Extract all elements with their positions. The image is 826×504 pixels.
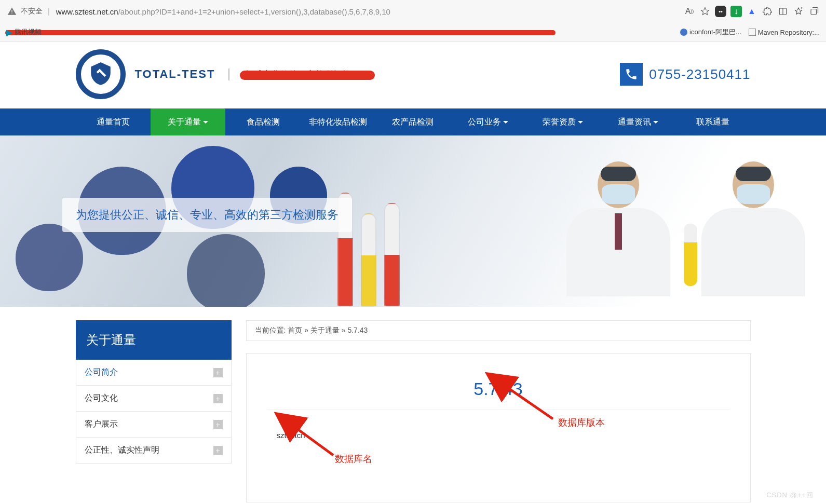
content-main: 当前位置: 首页 » 关于通量 » 5.7.43 5.7.43 sztestcn… — [246, 320, 751, 502]
sidebar-item-label: 公司简介 — [85, 367, 118, 378]
phone-number: 0755-23150411 — [649, 66, 750, 83]
browser-chrome: 不安全 | www.sztest.net.cn/about.php?ID=1+a… — [0, 0, 826, 42]
scientist-graphic — [691, 161, 816, 307]
bookmarks-bar: ▶ 腾讯视频 iconfont-阿里巴... Maven Repository:… — [0, 23, 826, 42]
bookmark-label: 腾讯视频 — [15, 28, 42, 37]
sidebar-item[interactable]: 公司文化+ — [76, 385, 231, 411]
sidebar-item-label: 客户展示 — [85, 419, 118, 430]
security-chip[interactable]: 不安全 | — [6, 6, 52, 17]
test-tube-graphic — [384, 203, 400, 307]
breadcrumb-current: 5.7.43 — [347, 326, 368, 334]
brand-tagline: 权威专业的第三方检测机构 — [228, 69, 349, 80]
brand-title: TOTAL-TEST — [135, 67, 215, 81]
sidebar: 关于通量 公司简介+公司文化+客户展示+公正性、诚实性声明+ — [76, 320, 232, 502]
sidebar-item-label: 公司文化 — [85, 393, 118, 404]
url-host: www.sztest.net.cn — [56, 7, 118, 16]
bookmark-label: iconfont-阿里巴... — [689, 28, 741, 37]
plus-icon: + — [213, 420, 223, 429]
tagline-block: 权威专业的第三方检测机构 — [228, 69, 349, 80]
iconfont-icon — [680, 29, 687, 36]
nav-item[interactable]: 公司业务 — [451, 108, 525, 135]
nav-item[interactable]: 食品检测 — [225, 108, 300, 135]
annotation-version-label: 数据库版本 — [558, 416, 605, 429]
main-content: 关于通量 公司简介+公司文化+客户展示+公正性、诚实性声明+ 当前位置: 首页 … — [76, 307, 751, 502]
nav-item[interactable]: 农产品检测 — [375, 108, 450, 135]
extension-icon-2[interactable]: ↓ — [730, 6, 742, 17]
test-tube-graphic — [361, 213, 376, 307]
separator: | — [48, 7, 50, 16]
bookmark-item[interactable]: ▶ 腾讯视频 — [6, 28, 42, 37]
site-header: TOTAL-TEST 权威专业的第三方检测机构 0755-23150411 — [76, 42, 751, 108]
video-icon: ▶ — [6, 28, 12, 37]
star-icon[interactable] — [699, 6, 711, 17]
sidebar-item-label: 公正性、诚实性声明 — [85, 445, 159, 456]
extensions-icon[interactable] — [762, 6, 773, 17]
vial-graphic — [16, 224, 83, 291]
redaction-scribble — [240, 71, 375, 80]
phone-icon — [620, 63, 643, 86]
nav-item[interactable]: 通量首页 — [76, 108, 151, 135]
favorites-icon[interactable] — [793, 6, 804, 17]
chevron-down-icon — [503, 121, 508, 126]
sidebar-item[interactable]: 公司简介+ — [76, 360, 231, 385]
nav-item[interactable]: 非特化妆品检测 — [301, 108, 375, 135]
read-aloud-icon[interactable]: A)) — [684, 6, 695, 17]
bookmark-item[interactable]: Maven Repository:... — [749, 29, 820, 36]
chevron-down-icon — [578, 121, 583, 126]
separator: » — [304, 326, 310, 334]
watermark: CSDN @++回 — [766, 491, 814, 500]
extension-icon-3[interactable]: ▲ — [746, 6, 757, 17]
redaction-line — [5, 30, 556, 35]
banner-caption: 为您提供公正、诚信、专业、高效的第三方检测服务 — [62, 198, 352, 232]
vial-graphic — [187, 234, 265, 307]
split-icon[interactable] — [777, 6, 789, 17]
plus-icon: + — [213, 394, 223, 403]
annotation-arrow — [501, 383, 558, 426]
bookmark-label: Maven Repository:... — [758, 29, 820, 36]
nav-item[interactable]: 通量资讯 — [601, 108, 675, 135]
content-panel: 5.7.43 sztestcn 数据库版本 数据库名 — [246, 353, 751, 502]
extension-icon-1[interactable]: •• — [715, 6, 726, 17]
sidebar-title: 关于通量 — [76, 320, 232, 360]
svg-rect-1 — [811, 9, 817, 15]
site-logo[interactable] — [76, 49, 126, 99]
security-text: 不安全 — [21, 7, 43, 16]
collections-icon[interactable] — [808, 6, 820, 17]
nav-item[interactable]: 联系通量 — [675, 108, 750, 135]
plus-icon: + — [213, 368, 223, 377]
warning-icon — [6, 6, 18, 17]
breadcrumb: 当前位置: 首页 » 关于通量 » 5.7.43 — [246, 320, 751, 341]
page-container: TOTAL-TEST 权威专业的第三方检测机构 0755-23150411 — [76, 42, 751, 108]
separator: » — [342, 326, 348, 334]
annotation-db-label: 数据库名 — [335, 453, 372, 465]
chevron-down-icon — [653, 121, 658, 126]
brand-block: TOTAL-TEST — [135, 67, 215, 81]
bookmark-item[interactable]: iconfont-阿里巴... — [680, 28, 741, 37]
sidebar-list: 公司简介+公司文化+客户展示+公正性、诚实性声明+ — [76, 360, 232, 464]
breadcrumb-section[interactable]: 关于通量 — [310, 326, 340, 334]
breadcrumb-home[interactable]: 首页 — [288, 326, 302, 334]
main-nav: 通量首页关于通量食品检测非特化妆品检测农产品检测公司业务荣誉资质通量资讯联系通量 — [0, 108, 826, 135]
hotline-block: 0755-23150411 — [620, 63, 750, 86]
address-bar-row: 不安全 | www.sztest.net.cn/about.php?ID=1+a… — [0, 0, 826, 23]
plus-icon: + — [213, 446, 223, 455]
sidebar-item[interactable]: 公正性、诚实性声明+ — [76, 437, 231, 463]
hero-banner: 为您提供公正、诚信、专业、高效的第三方检测服务 — [0, 135, 826, 307]
url-display[interactable]: www.sztest.net.cn/about.php?ID=1+and+1=2… — [56, 7, 390, 16]
breadcrumb-label: 当前位置: — [255, 326, 286, 334]
nav-item[interactable]: 关于通量 — [151, 108, 225, 135]
doc-icon — [749, 29, 756, 36]
db-version-text: 5.7.43 — [267, 379, 729, 410]
sidebar-item[interactable]: 客户展示+ — [76, 411, 231, 437]
logo-icon — [88, 61, 114, 87]
chevron-down-icon — [203, 121, 208, 126]
nav-item[interactable]: 荣誉资质 — [525, 108, 600, 135]
scientist-graphic — [556, 161, 681, 307]
annotation-arrow — [291, 424, 337, 462]
url-path: /about.php?ID=1+and+1=2+union+select+1,v… — [118, 7, 390, 16]
